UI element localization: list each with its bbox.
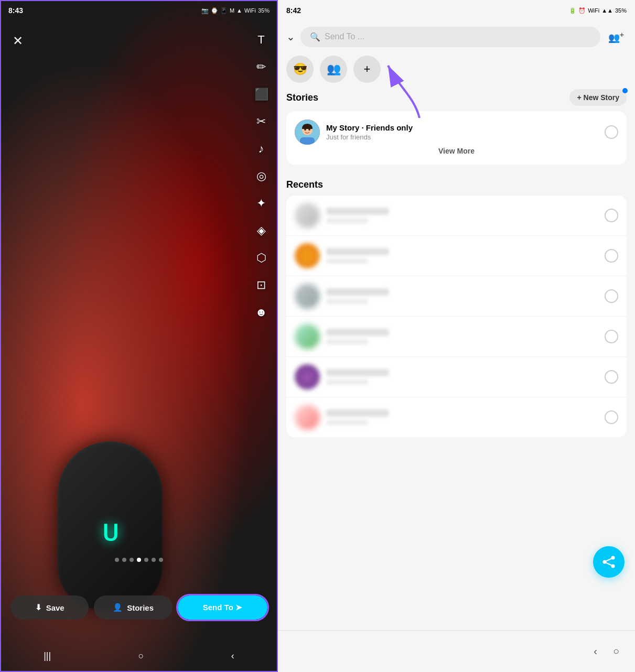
- battery-icon-right: 🔋: [569, 7, 576, 14]
- recent-checkbox-6[interactable]: [605, 410, 618, 424]
- dot-3: [130, 558, 134, 562]
- recent-info-1: [326, 208, 598, 223]
- camera-icon: 📷: [201, 7, 209, 14]
- dot-7: [159, 558, 163, 562]
- recent-item[interactable]: [286, 236, 627, 276]
- battery-pct-right: 35%: [615, 7, 627, 14]
- home-nav-icon[interactable]: ○: [138, 651, 144, 662]
- mail-icon: M: [230, 7, 234, 14]
- new-story-button[interactable]: + New Story: [569, 89, 627, 106]
- watch-icon: ⌚: [211, 7, 218, 14]
- recent-name-2: [326, 248, 389, 255]
- lens-icon[interactable]: ◎: [253, 168, 270, 185]
- close-button[interactable]: ✕: [8, 31, 27, 50]
- status-bar-left: 8:43 📷 ⌚ 📱 M ▲ WiFi 35%: [0, 0, 278, 21]
- new-story-label: + New Story: [577, 93, 619, 102]
- stories-button[interactable]: 👤 Stories: [94, 595, 172, 620]
- stars-icon[interactable]: ✦: [253, 195, 270, 212]
- mouse-image: ᑌ: [31, 410, 189, 609]
- status-bar-right: 8:42 🔋 ⏰ WiFi ▲▲ 35%: [278, 0, 635, 21]
- scissors-icon[interactable]: ✂: [253, 113, 270, 130]
- text-icon[interactable]: T: [253, 31, 270, 48]
- svg-rect-3: [300, 137, 315, 145]
- recents-nav-icon[interactable]: |||: [44, 651, 51, 662]
- signal-icon: ▲: [236, 7, 242, 14]
- recent-item[interactable]: [286, 196, 627, 236]
- recent-checkbox-3[interactable]: [605, 289, 618, 303]
- chevron-down-icon[interactable]: ⌄: [286, 30, 295, 43]
- bitmoji-icon[interactable]: ☻: [253, 304, 270, 321]
- back-nav-right[interactable]: ‹: [594, 645, 597, 657]
- recent-item[interactable]: [286, 357, 627, 397]
- recent-sub-2: [326, 258, 368, 264]
- recent-checkbox-2[interactable]: [605, 249, 618, 263]
- search-bar[interactable]: 🔍 Send To ...: [300, 27, 600, 47]
- story-avatar: [295, 120, 320, 145]
- friends-group-icon: 👥: [327, 62, 341, 76]
- save-icon: ⬇: [35, 603, 42, 612]
- recent-info-5: [326, 369, 598, 385]
- home-circle-right[interactable]: ○: [613, 645, 619, 657]
- page-dots: [115, 558, 163, 562]
- dot-1: [115, 558, 119, 562]
- send-to-label: Send To ➤: [203, 603, 242, 612]
- recent-avatar-1: [295, 203, 320, 228]
- plus-icon: +: [364, 62, 371, 76]
- share-fab-button[interactable]: [593, 546, 625, 578]
- stories-label: Stories: [127, 603, 154, 612]
- svg-line-10: [606, 563, 612, 566]
- recent-item[interactable]: [286, 397, 627, 437]
- recent-item[interactable]: [286, 317, 627, 357]
- recent-checkbox-4[interactable]: [605, 330, 618, 343]
- recents-title: Recents: [286, 179, 627, 190]
- recent-avatar-2: [295, 243, 320, 268]
- recent-avatar-6: [295, 405, 320, 430]
- recent-checkbox-5[interactable]: [605, 370, 618, 384]
- back-nav-icon[interactable]: ‹: [231, 651, 234, 662]
- stories-title: Stories: [286, 92, 318, 103]
- recent-checkbox-1[interactable]: [605, 209, 618, 222]
- dot-5: [144, 558, 148, 562]
- recent-name-6: [326, 409, 389, 417]
- story-subtitle: Just for friends: [326, 133, 598, 141]
- sticker-icon[interactable]: ⬛: [253, 86, 270, 103]
- bottom-nav-left: ||| ○ ‹: [0, 651, 278, 662]
- story-card: My Story · Friends only Just for friends…: [286, 111, 627, 165]
- dot-4-active: [137, 558, 141, 562]
- sunglasses-emoji-icon: 😎: [293, 62, 307, 76]
- signal-icon-right: ▲▲: [601, 7, 613, 14]
- view-more-button[interactable]: View More: [295, 145, 618, 156]
- recent-info-6: [326, 409, 598, 425]
- save-label: Save: [46, 603, 64, 612]
- search-header: ⌄ 🔍 Send To ... 👥+: [278, 21, 635, 52]
- my-story-item[interactable]: My Story · Friends only Just for friends: [295, 120, 618, 145]
- dot-2: [122, 558, 126, 562]
- recent-info-4: [326, 329, 598, 344]
- save-button[interactable]: ⬇ Save: [10, 595, 89, 620]
- search-placeholder: Send To ...: [325, 32, 364, 41]
- time-right: 8:42: [286, 6, 301, 15]
- search-icon: 🔍: [310, 32, 320, 42]
- recent-item[interactable]: [286, 276, 627, 317]
- recent-name-3: [326, 288, 389, 296]
- music-icon[interactable]: ♪: [253, 140, 270, 157]
- story-name: My Story · Friends only: [326, 123, 598, 132]
- eraser-icon[interactable]: ◈: [253, 222, 270, 239]
- crop-icon[interactable]: ⊡: [253, 277, 270, 294]
- send-to-button[interactable]: Send To ➤: [178, 595, 267, 620]
- recent-avatar-3: [295, 284, 320, 309]
- wifi-icon: WiFi: [244, 7, 256, 14]
- pencil-icon[interactable]: ✏: [253, 59, 270, 75]
- link-icon[interactable]: ⬡: [253, 250, 270, 266]
- add-friends-button[interactable]: 👥+: [606, 26, 627, 47]
- recent-avatar-4: [295, 324, 320, 349]
- recent-sub-6: [326, 420, 368, 425]
- story-checkbox[interactable]: [605, 125, 618, 139]
- add-quick-button[interactable]: +: [353, 56, 381, 83]
- friends-quick-button[interactable]: 👥: [320, 56, 347, 83]
- add-friends-icon: 👥+: [608, 30, 625, 44]
- stories-section: Stories + New Story: [278, 89, 635, 174]
- emoji-quick-button[interactable]: 😎: [286, 56, 314, 83]
- recent-sub-5: [326, 380, 368, 385]
- dot-6: [152, 558, 156, 562]
